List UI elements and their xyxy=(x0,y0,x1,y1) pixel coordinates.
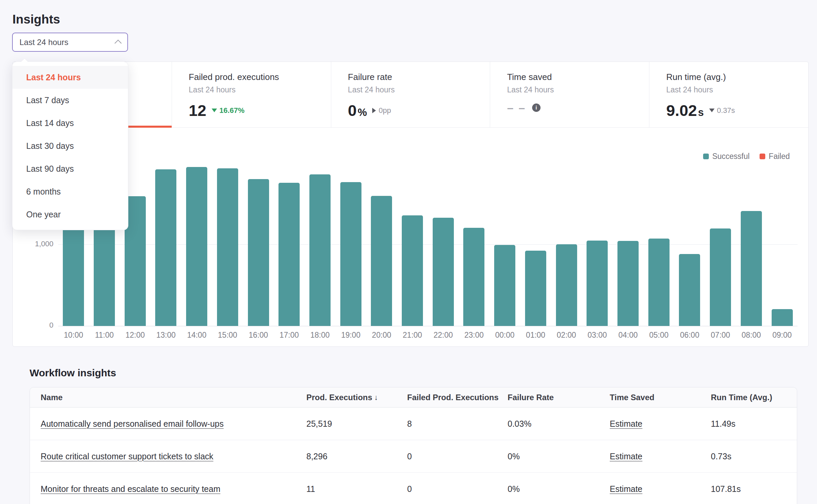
menu-item-last-30-days[interactable]: Last 30 days xyxy=(12,134,128,157)
x-axis-label: 23:00 xyxy=(459,331,489,340)
chart-bar-slot xyxy=(89,220,120,326)
table-row: Automatically send personalised email fo… xyxy=(30,408,797,440)
card-subtitle: Last 24 hours xyxy=(348,85,490,94)
column-header-run-time[interactable]: Run Time (Avg.) xyxy=(711,393,797,402)
card-subtitle: Last 24 hours xyxy=(189,85,331,94)
cell-failed-prod-executions: 8 xyxy=(407,419,508,429)
successful-executions-bar xyxy=(525,251,546,326)
chart-bar-slot xyxy=(613,241,644,326)
chart-bar-slot xyxy=(366,196,397,326)
bars-container xyxy=(58,156,798,326)
y-axis-label: 0 xyxy=(13,321,53,330)
card-value-unit: s xyxy=(698,107,704,119)
time-range-select[interactable]: Last 24 hours xyxy=(12,33,128,52)
successful-executions-bar xyxy=(679,254,700,326)
cell-failed-prod-executions: 0 xyxy=(407,484,508,494)
x-axis-label: 02:00 xyxy=(551,331,582,340)
card-delta: 16.67% xyxy=(212,106,245,115)
cell-prod-executions: 8,296 xyxy=(306,452,407,461)
successful-executions-bar xyxy=(494,245,515,326)
successful-executions-bar xyxy=(309,174,331,326)
x-axis-label: 00:00 xyxy=(489,331,520,340)
stat-cards-row: Failed prod. executions Last 24 hours 12… xyxy=(13,62,808,128)
successful-executions-bar xyxy=(371,196,392,326)
column-header-time-saved[interactable]: Time Saved xyxy=(610,393,711,402)
x-axis-label: 10:00 xyxy=(58,331,89,340)
stat-card-run-time[interactable]: Run time (avg.) Last 24 hours 9.02 s 0.3… xyxy=(649,62,808,127)
card-delta: 0pp xyxy=(372,106,391,115)
successful-executions-bar xyxy=(463,228,484,326)
estimate-link[interactable]: Estimate xyxy=(610,452,642,461)
x-axis-label: 09:00 xyxy=(767,331,798,340)
x-axis-label: 22:00 xyxy=(428,331,459,340)
x-axis-label: 08:00 xyxy=(736,331,767,340)
successful-executions-bar xyxy=(278,183,300,326)
x-axis-label: 01:00 xyxy=(520,331,551,340)
card-value-row: 0 % 0pp xyxy=(348,101,490,120)
menu-item-last-24-hours[interactable]: Last 24 hours xyxy=(12,66,128,89)
menu-item-last-90-days[interactable]: Last 90 days xyxy=(12,157,128,180)
estimate-link[interactable]: Estimate xyxy=(610,419,642,428)
menu-item-last-7-days[interactable]: Last 7 days xyxy=(12,89,128,112)
menu-item-one-year[interactable]: One year xyxy=(12,203,128,226)
successful-executions-bar xyxy=(556,244,577,326)
successful-executions-bar xyxy=(648,239,670,326)
executions-bar-chart: Successful Failed 1,000 0 10:0011:0012:0… xyxy=(13,128,808,347)
workflow-link[interactable]: Automatically send personalised email fo… xyxy=(41,419,224,428)
stat-card-failure-rate[interactable]: Failure rate Last 24 hours 0 % 0pp xyxy=(331,62,490,127)
card-title: Run time (avg.) xyxy=(666,72,808,82)
stat-card-failed-executions[interactable]: Failed prod. executions Last 24 hours 12… xyxy=(172,62,331,127)
x-axis-label: 05:00 xyxy=(643,331,674,340)
card-value-row: 9.02 s 0.37s xyxy=(666,101,808,120)
arrow-right-icon xyxy=(372,108,376,113)
cell-prod-executions: 25,519 xyxy=(306,419,407,429)
insights-panel: Failed prod. executions Last 24 hours 12… xyxy=(12,61,809,347)
cell-run-time: 11.49s xyxy=(711,419,797,429)
y-axis-label: 1,000 xyxy=(13,240,53,248)
x-axis-label: 14:00 xyxy=(181,331,212,340)
menu-item-last-14-days[interactable]: Last 14 days xyxy=(12,112,128,134)
cell-failure-rate: 0.03% xyxy=(508,419,610,429)
info-icon[interactable]: i xyxy=(532,103,541,112)
chart-plot-area: 1,000 0 xyxy=(58,156,798,326)
chart-bar-slot xyxy=(767,309,798,326)
workflow-insights-table: Name Prod. Executions ↓ Failed Prod. Exe… xyxy=(30,387,797,504)
successful-executions-bar xyxy=(433,218,454,326)
x-axis-labels: 10:0011:0012:0013:0014:0015:0016:0017:00… xyxy=(58,331,798,340)
chart-bar-slot xyxy=(551,244,582,326)
successful-executions-bar xyxy=(63,224,84,326)
x-axis-label: 03:00 xyxy=(582,331,613,340)
card-value: 9.02 xyxy=(666,101,697,120)
chart-bar-slot xyxy=(520,251,551,326)
column-header-failed-prod-executions[interactable]: Failed Prod. Executions xyxy=(407,393,508,402)
card-title: Time saved xyxy=(507,72,649,82)
page-title: Insights xyxy=(12,12,60,27)
table-row: Route critical customer support tickets … xyxy=(30,440,797,473)
x-axis-label: 07:00 xyxy=(705,331,736,340)
column-header-name[interactable]: Name xyxy=(41,393,306,402)
chart-bar-slot xyxy=(150,169,181,326)
x-axis-label: 16:00 xyxy=(243,331,274,340)
chart-bar-slot xyxy=(212,168,243,326)
card-title: Failure rate xyxy=(348,72,490,82)
stat-card-time-saved[interactable]: Time saved Last 24 hours – – i xyxy=(490,62,649,127)
table-row: Monitor for threats and escalate to secu… xyxy=(30,473,797,504)
menu-item-6-months[interactable]: 6 months xyxy=(12,180,128,203)
x-axis-label: 04:00 xyxy=(613,331,644,340)
column-header-failure-rate[interactable]: Failure Rate xyxy=(508,393,610,402)
arrow-down-icon xyxy=(709,109,715,112)
successful-executions-bar xyxy=(340,182,361,326)
workflow-link[interactable]: Monitor for threats and escalate to secu… xyxy=(41,484,220,494)
successful-executions-bar xyxy=(155,169,176,326)
card-delta: 0.37s xyxy=(709,106,735,115)
cell-run-time: 107.81s xyxy=(711,484,797,494)
estimate-link[interactable]: Estimate xyxy=(610,484,642,494)
chevron-up-icon xyxy=(115,40,122,47)
successful-executions-bar xyxy=(248,179,269,326)
card-subtitle: Last 24 hours xyxy=(507,85,649,94)
card-value-unit: % xyxy=(358,107,367,119)
column-header-prod-executions[interactable]: Prod. Executions ↓ xyxy=(306,393,407,402)
arrow-down-icon xyxy=(212,109,217,112)
workflow-link[interactable]: Route critical customer support tickets … xyxy=(41,452,213,461)
card-value-row: – – i xyxy=(507,101,649,114)
